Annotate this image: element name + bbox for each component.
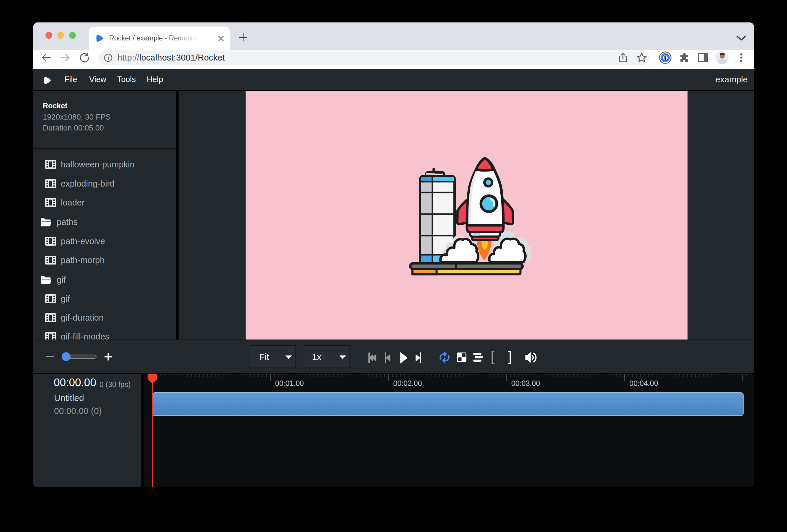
- svg-text:00:03.00: 00:03.00: [511, 379, 540, 387]
- svg-text:00:02.00: 00:02.00: [393, 379, 422, 387]
- svg-text:00:04.00: 00:04.00: [630, 379, 658, 387]
- svg-text:00:01.00: 00:01.00: [275, 379, 304, 387]
